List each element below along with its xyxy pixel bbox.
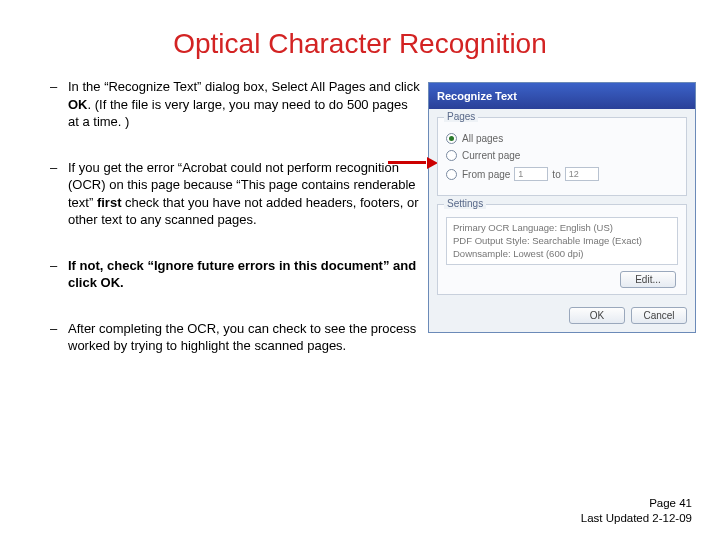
first-word: first (97, 195, 122, 210)
slide-footer: Page 41 Last Updated 2-12-09 (581, 496, 692, 526)
settings-fieldset: Settings Primary OCR Language: English (… (437, 204, 687, 295)
settings-line: PDF Output Style: Searchable Image (Exac… (453, 235, 671, 248)
list-item: – In the “Recognize Text” dialog box, Se… (50, 78, 420, 131)
bullet-list: – In the “Recognize Text” dialog box, Se… (50, 78, 420, 355)
settings-legend: Settings (444, 198, 486, 209)
content-area: – In the “Recognize Text” dialog box, Se… (0, 78, 720, 355)
radio-label: All pages (462, 133, 503, 144)
dialog-titlebar: Recognize Text (429, 83, 695, 109)
text: In the “Recognize Text” dialog box, Sele… (68, 79, 420, 94)
last-updated: Last Updated 2-12-09 (581, 511, 692, 526)
radio-icon[interactable] (446, 169, 457, 180)
from-page-input[interactable]: 1 (514, 167, 548, 181)
radio-all-pages[interactable]: All pages (446, 133, 678, 144)
dash-icon: – (50, 159, 68, 229)
settings-line: Downsample: Lowest (600 dpi) (453, 248, 671, 261)
dialog-buttons: OK Cancel (429, 301, 695, 332)
settings-summary: Primary OCR Language: English (US) PDF O… (446, 217, 678, 265)
radio-label: From page (462, 169, 510, 180)
radio-icon[interactable] (446, 150, 457, 161)
recognize-text-dialog: Recognize Text Pages All pages Current p… (428, 82, 696, 333)
dash-icon: – (50, 78, 68, 131)
bullet-text: If not, check “Ignore future errors in t… (68, 257, 420, 292)
radio-label: Current page (462, 150, 520, 161)
page-number: Page 41 (581, 496, 692, 511)
to-page-input[interactable]: 12 (565, 167, 599, 181)
ok-button[interactable]: OK (569, 307, 625, 324)
dash-icon: – (50, 257, 68, 292)
radio-current-page[interactable]: Current page (446, 150, 678, 161)
list-item: – If not, check “Ignore future errors in… (50, 257, 420, 292)
bullet-text: If you get the error “Acrobat could not … (68, 159, 420, 229)
dash-icon: – (50, 320, 68, 355)
to-label: to (552, 169, 560, 180)
settings-line: Primary OCR Language: English (US) (453, 222, 671, 235)
ok-word: OK (68, 97, 88, 112)
edit-button[interactable]: Edit... (620, 271, 676, 288)
bullet-text: In the “Recognize Text” dialog box, Sele… (68, 78, 420, 131)
radio-icon[interactable] (446, 133, 457, 144)
list-item: – After completing the OCR, you can chec… (50, 320, 420, 355)
dialog-screenshot: Recognize Text Pages All pages Current p… (428, 78, 698, 355)
bullet-text: After completing the OCR, you can check … (68, 320, 420, 355)
list-item: – If you get the error “Acrobat could no… (50, 159, 420, 229)
pages-fieldset: Pages All pages Current page From page 1… (437, 117, 687, 196)
text: check that you have not added headers, f… (68, 195, 419, 228)
text: . (If the file is very large, you may ne… (68, 97, 408, 130)
cancel-button[interactable]: Cancel (631, 307, 687, 324)
radio-from-page[interactable]: From page 1 to 12 (446, 167, 678, 181)
page-title: Optical Character Recognition (0, 0, 720, 78)
pages-legend: Pages (444, 111, 478, 122)
